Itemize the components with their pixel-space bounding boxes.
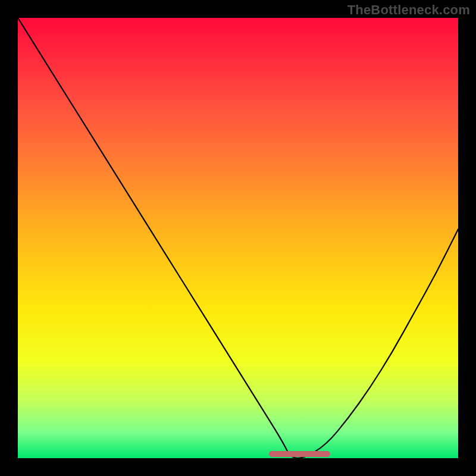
bottleneck-curve [18, 18, 458, 458]
plot-area [18, 18, 458, 458]
chart-frame: TheBottleneck.com [0, 0, 476, 476]
optimal-range-marker [269, 451, 331, 457]
watermark-text: TheBottleneck.com [347, 2, 470, 18]
